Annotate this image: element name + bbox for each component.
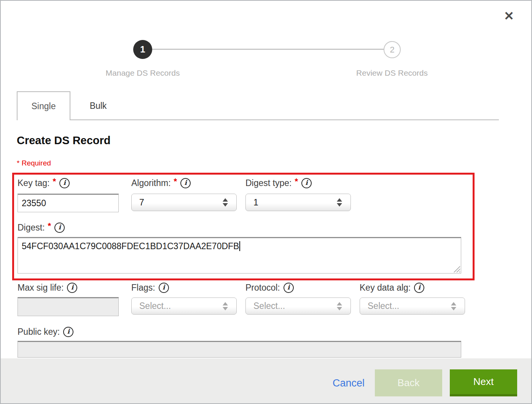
flags-label-text: Flags: — [131, 283, 155, 293]
algorithm-select-value: 7 — [139, 197, 223, 208]
required-asterisk: * — [48, 221, 51, 231]
stepper-step-2-number: 2 — [390, 45, 394, 55]
info-icon[interactable]: i — [159, 283, 169, 293]
stepper-step-1-number: 1 — [140, 44, 145, 55]
digest-label-text: Digest: — [18, 223, 45, 233]
info-icon[interactable]: i — [284, 283, 294, 293]
key-tag-label: Key tag: * i — [18, 178, 70, 188]
algorithm-select[interactable]: 7 — [131, 194, 237, 211]
algorithm-label-text: Algorithm: — [131, 178, 171, 188]
required-asterisk: * — [174, 177, 177, 186]
max-sig-life-label: Max sig life: i — [18, 283, 77, 293]
tab-bulk[interactable]: Bulk — [70, 91, 126, 121]
digest-value: 54FCF030AA1C79C0088FDEC1BD1C37DAA2E70DFB — [22, 241, 239, 251]
required-note: * Required — [17, 159, 51, 167]
key-data-alg-label-text: Key data alg: — [360, 283, 411, 293]
stepper-step-2-circle: 2 — [384, 41, 401, 58]
public-key-label: Public key: i — [18, 327, 73, 337]
spinner-arrows-icon — [337, 198, 342, 207]
info-icon[interactable]: i — [180, 178, 191, 188]
info-icon[interactable]: i — [59, 178, 70, 188]
required-asterisk: * — [53, 177, 56, 186]
spinner-arrows-icon — [451, 302, 456, 310]
tab-single-label: Single — [32, 101, 56, 111]
key-data-alg-select-value: Select... — [368, 301, 451, 311]
info-icon[interactable]: i — [414, 283, 424, 293]
protocol-label-text: Protocol: — [245, 283, 280, 293]
spinner-arrows-icon — [337, 302, 342, 310]
resize-handle[interactable] — [453, 266, 460, 272]
max-sig-life-label-text: Max sig life: — [18, 283, 64, 293]
stepper-step-2-label: Review DS Records — [331, 68, 453, 78]
tab-single[interactable]: Single — [17, 91, 70, 120]
cancel-button[interactable]: Cancel — [333, 377, 365, 389]
flags-label: Flags: i — [131, 283, 169, 293]
flags-select-value: Select... — [139, 301, 223, 311]
protocol-select-value: Select... — [253, 301, 337, 311]
text-caret — [239, 241, 240, 251]
info-icon[interactable]: i — [67, 283, 77, 293]
flags-select[interactable]: Select... — [131, 297, 237, 315]
algorithm-label: Algorithm: * i — [131, 178, 191, 188]
next-button[interactable]: Next — [450, 369, 517, 396]
key-tag-label-text: Key tag: — [18, 178, 49, 188]
info-icon[interactable]: i — [54, 223, 65, 233]
digest-type-label-text: Digest type: — [245, 178, 291, 188]
page-title: Create DS Record — [17, 134, 111, 147]
stepper-step-1-circle: 1 — [133, 40, 152, 59]
create-ds-record-modal: { "icons": { "close_glyph": "✕", "info_g… — [0, 0, 532, 404]
public-key-label-text: Public key: — [18, 327, 60, 337]
info-icon[interactable]: i — [63, 327, 73, 337]
tab-bulk-label: Bulk — [90, 101, 107, 111]
public-key-textarea[interactable] — [18, 341, 461, 358]
digest-type-label: Digest type: * i — [245, 178, 312, 188]
stepper-step-1-label: Manage DS Records — [82, 68, 204, 78]
close-icon[interactable]: ✕ — [504, 10, 514, 22]
required-asterisk: * — [295, 177, 298, 186]
spinner-arrows-icon — [223, 198, 228, 207]
spinner-arrows-icon — [223, 302, 228, 310]
info-icon[interactable]: i — [301, 178, 312, 188]
protocol-select[interactable]: Select... — [245, 297, 351, 315]
digest-label: Digest: * i — [18, 223, 65, 233]
key-data-alg-select[interactable]: Select... — [360, 297, 465, 315]
key-tag-input[interactable] — [18, 194, 119, 212]
digest-type-select-value: 1 — [253, 197, 337, 208]
stepper-connector-line — [152, 49, 384, 50]
back-button[interactable]: Back — [375, 369, 442, 396]
protocol-label: Protocol: i — [245, 283, 294, 293]
digest-textarea[interactable]: 54FCF030AA1C79C0088FDEC1BD1C37DAA2E70DFB — [18, 237, 461, 274]
digest-type-select[interactable]: 1 — [245, 194, 351, 211]
max-sig-life-input[interactable] — [18, 297, 119, 316]
key-data-alg-label: Key data alg: i — [360, 283, 424, 293]
